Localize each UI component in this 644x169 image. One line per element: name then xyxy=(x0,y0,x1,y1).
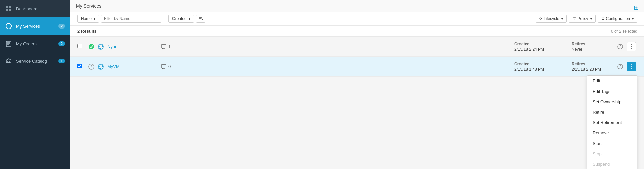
svg-text:?: ? xyxy=(620,65,622,69)
results-count: 2 Results xyxy=(77,29,97,34)
lifecycle-label: Lifecycle xyxy=(544,16,559,21)
menu-item-edit-tags[interactable]: Edit Tags xyxy=(587,86,637,97)
retires-label-nyan: Retires xyxy=(572,42,615,46)
retires-label-myvm: Retires xyxy=(572,62,615,66)
svg-point-13 xyxy=(89,44,94,49)
vm-count-myvm: 0 xyxy=(168,64,171,69)
menu-item-set-ownership[interactable]: Set Ownership xyxy=(587,97,637,107)
name-filter-label: Name xyxy=(81,16,92,21)
status-ok-icon xyxy=(87,43,95,51)
policy-btn[interactable]: 🛡 Policy ▾ xyxy=(569,15,596,23)
row-checkbox-nyan[interactable] xyxy=(77,44,87,49)
lifecycle-btn[interactable]: ⟳ Lifecycle ▾ xyxy=(536,15,567,23)
svg-rect-9 xyxy=(8,61,10,63)
created-block-myvm: Created 2/15/18 1:48 PM xyxy=(514,62,558,72)
configuration-label: Configuration xyxy=(606,16,630,21)
my-services-icon xyxy=(5,23,12,30)
sidebar-item-my-services[interactable]: My Services 2 xyxy=(0,17,70,35)
grid-view-icon[interactable]: ⊞ xyxy=(634,4,639,11)
retires-block-myvm: Retires 2/15/18 2:23 PM xyxy=(572,62,615,72)
policy-icon: 🛡 xyxy=(573,17,576,21)
configuration-btn[interactable]: ⚙ Configuration ▾ xyxy=(598,15,637,23)
results-bar: 2 Results 0 of 2 selected xyxy=(70,26,644,37)
row-name-nyan[interactable]: Nyan xyxy=(107,44,154,49)
created-label-myvm: Created xyxy=(514,62,558,66)
sort-options-btn[interactable] xyxy=(196,15,205,23)
sort-icon xyxy=(198,16,203,21)
menu-item-set-retirement[interactable]: Set Retirement xyxy=(587,117,637,128)
row-name-myvm[interactable]: MyVM xyxy=(107,64,154,69)
row-meta-myvm: Created 2/15/18 1:48 PM Retires 2/15/18 … xyxy=(514,62,615,72)
configuration-chevron: ▾ xyxy=(632,17,634,21)
retires-value-myvm: 2/15/18 2:23 PM xyxy=(572,67,615,72)
checkbox-myvm[interactable] xyxy=(77,64,82,68)
page-title: My Services xyxy=(76,3,101,9)
menu-item-suspend: Suspend xyxy=(587,159,637,169)
sync-icon-myvm xyxy=(97,63,105,71)
toolbar: Name ▾ Created ▾ ⟳ Lifecycle ▾ 🛡 xyxy=(70,12,644,26)
svg-rect-3 xyxy=(9,9,11,11)
help-icon-myvm[interactable]: ? xyxy=(615,64,625,69)
status-question-icon: ? xyxy=(87,63,95,71)
vm-icon-myvm xyxy=(161,64,166,69)
configuration-icon: ⚙ xyxy=(601,17,605,21)
service-catalog-icon xyxy=(5,58,12,64)
svg-rect-2 xyxy=(6,9,8,11)
lifecycle-chevron: ▾ xyxy=(561,17,563,21)
header-icons: ⊞ xyxy=(634,4,639,11)
svg-rect-1 xyxy=(9,6,11,8)
row-checkbox-myvm[interactable] xyxy=(77,64,87,69)
svg-text:?: ? xyxy=(90,65,92,69)
main-content: My Services ⊞ Name ▾ Created ▾ ⟳ xyxy=(70,0,644,169)
created-value-nyan: 2/15/18 2:24 PM xyxy=(514,47,558,52)
sort-created-btn[interactable]: Created ▾ xyxy=(168,15,194,23)
sort-label: Created xyxy=(172,16,187,21)
checkbox-nyan[interactable] xyxy=(77,44,82,48)
created-label-nyan: Created xyxy=(514,42,558,46)
vm-count-nyan: 1 xyxy=(168,44,171,49)
sidebar-item-label: My Services xyxy=(16,24,54,29)
toolbar-right: ⟳ Lifecycle ▾ 🛡 Policy ▾ ⚙ Configuration… xyxy=(536,15,637,23)
service-catalog-badge: 1 xyxy=(58,59,65,63)
retires-block-nyan: Retires Never xyxy=(572,42,615,52)
selected-count: 0 of 2 selected xyxy=(611,29,637,34)
sync-icon-nyan xyxy=(97,43,105,51)
my-orders-badge: 2 xyxy=(58,41,65,46)
sidebar-item-service-catalog[interactable]: Service Catalog 1 xyxy=(0,52,70,70)
filter-by-name-input[interactable] xyxy=(101,15,161,23)
menu-item-stop: Stop xyxy=(587,149,637,159)
vm-icon xyxy=(161,44,166,49)
table-row: Nyan 1 Created 2/15/18 2:24 PM Retires N… xyxy=(70,37,644,57)
svg-rect-15 xyxy=(161,45,166,48)
row-actions-myvm[interactable]: ⋮ xyxy=(625,62,637,71)
page-header: My Services ⊞ xyxy=(70,0,644,12)
svg-text:?: ? xyxy=(620,45,622,49)
actions-menu-btn-nyan[interactable]: ⋮ xyxy=(627,42,636,51)
sidebar-item-label: My Orders xyxy=(16,41,54,46)
context-menu: Edit Edit Tags Set Ownership Retire Set … xyxy=(587,75,637,169)
sidebar-item-label: Dashboard xyxy=(16,6,65,11)
table-container: Nyan 1 Created 2/15/18 2:24 PM Retires N… xyxy=(70,37,644,169)
lifecycle-icon: ⟳ xyxy=(539,17,542,21)
svg-rect-5 xyxy=(6,41,11,47)
menu-item-start[interactable]: Start xyxy=(587,138,637,149)
policy-label: Policy xyxy=(578,16,588,21)
sidebar-item-my-orders[interactable]: My Orders 2 xyxy=(0,35,70,52)
name-filter-btn[interactable]: Name ▾ xyxy=(77,15,99,23)
menu-item-edit[interactable]: Edit xyxy=(587,76,637,86)
sidebar-item-label: Service Catalog xyxy=(16,59,54,64)
sidebar: Dashboard My Services 2 My Orders 2 xyxy=(0,0,70,169)
menu-item-remove[interactable]: Remove xyxy=(587,128,637,138)
menu-item-retire[interactable]: Retire xyxy=(587,107,637,117)
row-meta-nyan: Created 2/15/18 2:24 PM Retires Never xyxy=(514,42,615,52)
row-actions-nyan[interactable]: ⋮ xyxy=(625,42,637,51)
help-icon-nyan[interactable]: ? xyxy=(615,44,625,49)
actions-menu-btn-myvm[interactable]: ⋮ xyxy=(627,62,636,71)
table-row-myvm: ? MyVM 0 xyxy=(70,57,644,77)
svg-rect-0 xyxy=(6,6,8,8)
name-chevron-icon: ▾ xyxy=(94,17,95,21)
retires-value-nyan: Never xyxy=(572,47,615,52)
sidebar-item-dashboard[interactable]: Dashboard xyxy=(0,0,70,17)
svg-rect-24 xyxy=(161,65,166,68)
created-value-myvm: 2/15/18 1:48 PM xyxy=(514,67,558,72)
